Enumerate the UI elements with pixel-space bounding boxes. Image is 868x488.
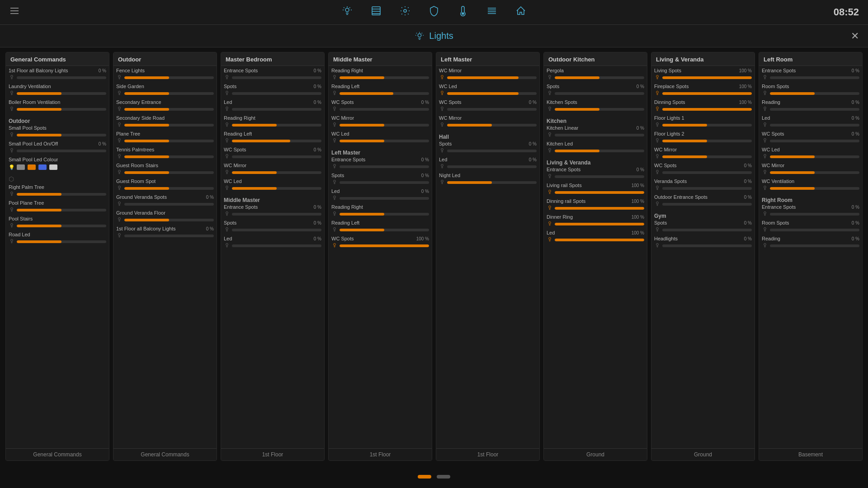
bulb-icon[interactable] bbox=[654, 242, 660, 250]
slider-track[interactable] bbox=[770, 155, 859, 158]
slider-track[interactable] bbox=[124, 171, 214, 174]
bulb-icon[interactable] bbox=[224, 226, 230, 234]
slider-track[interactable] bbox=[232, 187, 321, 190]
slider-track[interactable] bbox=[340, 213, 429, 216]
slider-track[interactable] bbox=[662, 229, 752, 231]
bulb-icon[interactable] bbox=[547, 105, 553, 113]
bulb-icon[interactable] bbox=[439, 178, 445, 187]
color-swatch[interactable] bbox=[38, 164, 47, 170]
bulb-icon[interactable] bbox=[654, 137, 660, 145]
slider-track[interactable] bbox=[662, 171, 752, 174]
bulb-icon[interactable] bbox=[9, 206, 15, 214]
color-swatch[interactable] bbox=[28, 164, 36, 170]
bulb-icon[interactable] bbox=[331, 121, 338, 129]
bulb-icon[interactable] bbox=[762, 74, 768, 82]
bulb-icon[interactable] bbox=[9, 74, 15, 82]
bulb-icon[interactable] bbox=[224, 153, 230, 161]
bulb-icon[interactable] bbox=[331, 210, 338, 218]
bulb-icon[interactable] bbox=[116, 89, 123, 98]
slider-track[interactable] bbox=[555, 239, 644, 241]
slider-track[interactable] bbox=[124, 124, 214, 127]
nav-blinds-icon[interactable] bbox=[371, 5, 382, 19]
bulb-icon[interactable]: 💡 bbox=[9, 164, 15, 170]
bulb-icon[interactable] bbox=[439, 163, 445, 171]
bulb-icon[interactable] bbox=[331, 137, 338, 145]
bulb-icon[interactable] bbox=[331, 178, 338, 187]
slider-track[interactable] bbox=[555, 207, 644, 210]
slider-track[interactable] bbox=[447, 92, 537, 95]
nav-home-icon[interactable] bbox=[515, 5, 526, 19]
slider-track[interactable] bbox=[17, 193, 106, 196]
slider-track[interactable] bbox=[124, 108, 214, 111]
bulb-icon[interactable] bbox=[654, 121, 660, 129]
slider-track[interactable] bbox=[232, 76, 321, 79]
bulb-icon[interactable] bbox=[331, 89, 338, 98]
bulb-icon[interactable] bbox=[224, 169, 230, 177]
bulb-icon[interactable] bbox=[547, 173, 553, 181]
bulb-icon[interactable] bbox=[224, 137, 230, 145]
bulb-icon[interactable] bbox=[439, 147, 445, 155]
bulb-icon[interactable] bbox=[654, 89, 660, 98]
slider-track[interactable] bbox=[447, 124, 537, 127]
slider-track[interactable] bbox=[555, 191, 644, 194]
slider-track[interactable] bbox=[662, 244, 752, 247]
nav-climate-icon[interactable] bbox=[458, 5, 468, 19]
bulb-icon[interactable] bbox=[116, 105, 123, 113]
slider-track[interactable] bbox=[124, 187, 214, 190]
bulb-icon[interactable] bbox=[547, 131, 553, 139]
bulb-icon[interactable] bbox=[331, 242, 338, 250]
bulb-icon[interactable] bbox=[116, 74, 123, 82]
color-swatch[interactable] bbox=[49, 164, 57, 170]
bulb-icon[interactable] bbox=[547, 74, 553, 82]
bulb-icon[interactable] bbox=[547, 89, 553, 98]
bulb-icon[interactable] bbox=[9, 238, 15, 246]
bulb-icon[interactable] bbox=[224, 210, 230, 218]
bulb-icon[interactable] bbox=[224, 89, 230, 98]
slider-track[interactable] bbox=[662, 124, 752, 127]
slider-track[interactable] bbox=[232, 108, 321, 111]
bulb-icon[interactable] bbox=[762, 184, 768, 192]
bulb-icon[interactable] bbox=[654, 226, 660, 234]
bulb-icon[interactable] bbox=[547, 236, 553, 244]
slider-track[interactable] bbox=[662, 92, 752, 95]
slider-track[interactable] bbox=[232, 140, 321, 142]
bulb-icon[interactable] bbox=[224, 184, 230, 192]
slider-track[interactable] bbox=[124, 140, 214, 142]
page-dot-1[interactable] bbox=[418, 475, 431, 479]
bulb-icon[interactable] bbox=[762, 137, 768, 145]
slider-track[interactable] bbox=[340, 76, 429, 79]
slider-track[interactable] bbox=[17, 134, 106, 136]
bulb-icon[interactable] bbox=[654, 153, 660, 161]
slider-track[interactable] bbox=[340, 165, 429, 168]
slider-track[interactable] bbox=[232, 124, 321, 127]
slider-track[interactable] bbox=[17, 225, 106, 227]
bulb-icon[interactable] bbox=[762, 226, 768, 234]
bulb-icon[interactable] bbox=[331, 105, 338, 113]
nav-security-icon[interactable] bbox=[429, 5, 439, 19]
slider-track[interactable] bbox=[232, 213, 321, 216]
slider-track[interactable] bbox=[340, 181, 429, 184]
bulb-icon[interactable] bbox=[331, 194, 338, 202]
bulb-icon[interactable] bbox=[331, 74, 338, 82]
slider-track[interactable] bbox=[17, 76, 106, 79]
slider-track[interactable] bbox=[770, 124, 859, 127]
bulb-icon[interactable] bbox=[9, 222, 15, 230]
slider-track[interactable] bbox=[124, 155, 214, 158]
slider-track[interactable] bbox=[662, 203, 752, 206]
bulb-icon[interactable] bbox=[762, 153, 768, 161]
slider-track[interactable] bbox=[770, 171, 859, 174]
slider-track[interactable] bbox=[447, 165, 537, 168]
bulb-icon[interactable] bbox=[762, 242, 768, 250]
slider-track[interactable] bbox=[770, 187, 859, 190]
slider-track[interactable] bbox=[340, 108, 429, 111]
slider-track[interactable] bbox=[662, 140, 752, 142]
bulb-icon[interactable] bbox=[439, 121, 445, 129]
slider-track[interactable] bbox=[232, 92, 321, 95]
slider-track[interactable] bbox=[124, 92, 214, 95]
bulb-icon[interactable] bbox=[9, 190, 15, 198]
slider-track[interactable] bbox=[662, 187, 752, 190]
slider-track[interactable] bbox=[770, 108, 859, 111]
bulb-icon[interactable] bbox=[224, 105, 230, 113]
slider-track[interactable] bbox=[447, 108, 537, 111]
bulb-icon[interactable] bbox=[654, 184, 660, 192]
